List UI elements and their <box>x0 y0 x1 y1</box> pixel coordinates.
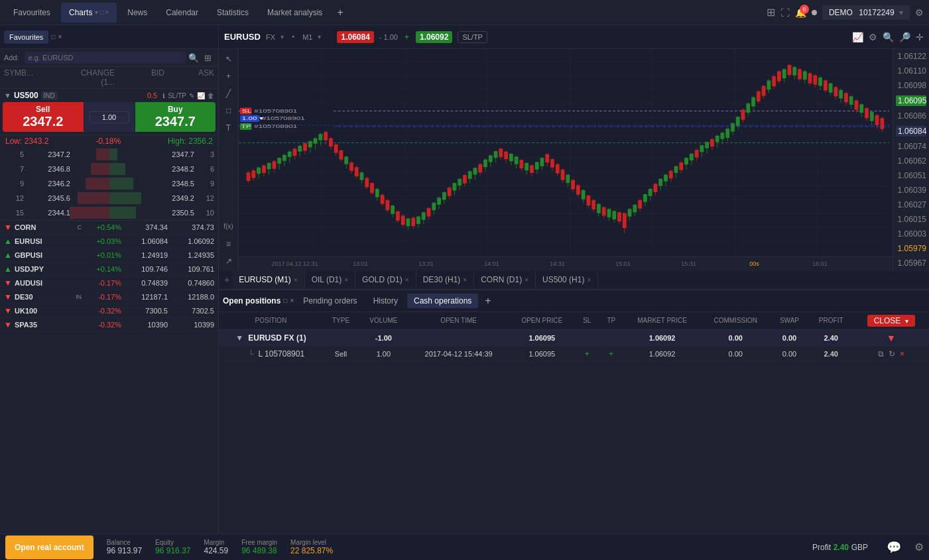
tab-news[interactable]: News <box>119 3 155 23</box>
svg-rect-111 <box>432 203 436 210</box>
chat-icon[interactable]: 💬 <box>887 540 901 555</box>
search-icon[interactable]: 🔍 <box>188 53 199 63</box>
fx-tool[interactable]: f(x) <box>221 219 236 234</box>
depth-row: 5 2347.2 2347.7 3 <box>0 147 218 162</box>
add-tab-button[interactable]: + <box>333 7 347 19</box>
open-real-account-button[interactable]: Open real account <box>5 535 93 559</box>
svg-text:#105708901: #105708901 <box>254 108 297 113</box>
demo-account-badge[interactable]: DEMO 10172249 ▾ <box>822 5 910 20</box>
tab-charts[interactable]: Charts ▾ □ × <box>61 3 117 23</box>
chart-tab-de30[interactable]: DE30 (H1) × <box>416 271 475 290</box>
tab-calendar[interactable]: Calendar <box>158 3 206 23</box>
refresh-icon[interactable]: ↻ <box>887 349 897 359</box>
social-tool[interactable]: ↗ <box>221 254 236 268</box>
delete-row-icon[interactable]: × <box>898 349 906 359</box>
chart-tab-eurusd[interactable]: EURUSD (M1) × <box>232 271 305 290</box>
crosshair-tool[interactable]: + <box>221 69 236 84</box>
svg-rect-125 <box>468 171 472 178</box>
chart-tab-us500[interactable]: US500 (H1) × <box>536 271 598 290</box>
profit-display: Profit 2.40 GBP <box>812 542 868 552</box>
group-expand-icon[interactable]: ▼ <box>235 333 243 343</box>
list-item[interactable]: ▼ UK100 -0.32% 7300.5 7302.5 <box>0 304 218 318</box>
add-tp-icon[interactable]: + <box>609 349 613 359</box>
svg-rect-185 <box>623 213 627 229</box>
chart-tab-oil[interactable]: OIL (D1) × <box>305 271 355 290</box>
list-item[interactable]: ▲ GBPUSI +0.01% 1.24919 1.24935 <box>0 249 218 262</box>
tab-market-analysis[interactable]: Market analysis <box>259 3 330 23</box>
positions-window-icon[interactable]: □ <box>283 297 287 304</box>
close-oil-tab-icon[interactable]: × <box>344 276 348 284</box>
close-eurusd-tab-icon[interactable]: × <box>294 276 298 284</box>
sidebar-tab-favourites[interactable]: Favourites <box>4 30 48 44</box>
svg-rect-217 <box>705 142 709 148</box>
svg-rect-113 <box>437 197 441 205</box>
sltp-button[interactable]: SL/TP <box>458 31 487 43</box>
close-de30-tab-icon[interactable]: × <box>463 276 467 284</box>
grid-icon[interactable]: ⊞ <box>204 53 212 63</box>
us500-chart-icon[interactable]: 📈 <box>197 92 205 99</box>
svg-rect-249 <box>788 65 792 75</box>
trendline-icon[interactable]: 📈 <box>852 32 863 42</box>
svg-rect-199 <box>658 179 662 186</box>
close-gold-tab-icon[interactable]: × <box>405 276 409 284</box>
cursor-tool[interactable]: ↖ <box>221 52 236 66</box>
group-close-arrow-icon[interactable]: ▼ <box>887 333 896 343</box>
col-header-position: POSITION <box>219 312 323 330</box>
tab-cash-operations[interactable]: Cash operations <box>407 294 478 308</box>
close-all-button[interactable]: CLOSE ▾ <box>867 315 916 327</box>
positions-close-icon[interactable]: × <box>290 297 294 304</box>
tab-history[interactable]: History <box>367 294 404 308</box>
text-tool[interactable]: T <box>221 121 236 135</box>
col-header-sl: SL <box>575 312 599 330</box>
list-item[interactable]: ▲ EURUSI +0.03% 1.06084 1.06092 <box>0 235 218 249</box>
us500-volume-input[interactable] <box>90 111 129 123</box>
svg-rect-173 <box>591 200 595 209</box>
zoom-out-icon[interactable]: 🔍 <box>883 32 894 42</box>
list-item[interactable]: ▼ CORN C +0.54% 374.34 374.73 <box>0 221 218 235</box>
rect-tool[interactable]: □ <box>221 103 236 118</box>
chart-type-dropdown[interactable]: ▾ <box>280 33 284 40</box>
us500-info-icon[interactable]: ℹ <box>162 92 165 99</box>
add-symbol-input[interactable] <box>25 52 186 64</box>
chart-tab-gold[interactable]: GOLD (D1) × <box>355 271 416 290</box>
list-item[interactable]: ▼ SPA35 -0.32% 10390 10399 <box>0 318 218 332</box>
notification-bell[interactable]: 🔔 6 <box>795 7 806 18</box>
positions-area: POSITION TYPE VOLUME OPEN TIME OPEN PRIC… <box>219 312 929 534</box>
fullscreen-icon[interactable]: ⛶ <box>780 7 790 18</box>
tab-pending-orders[interactable]: Pending orders <box>296 294 363 308</box>
symbol-list: ▼ CORN C +0.54% 374.34 374.73 ▲ EURUSI +… <box>0 221 218 533</box>
status-dot <box>812 10 817 15</box>
favourites-close-icon[interactable]: × <box>58 33 62 40</box>
close-corn-tab-icon[interactable]: × <box>525 276 528 284</box>
us500-edit-icon[interactable]: ✎ <box>189 92 194 99</box>
svg-rect-245 <box>777 71 781 81</box>
close-us500-tab-icon[interactable]: × <box>587 276 591 284</box>
add-sl-icon[interactable]: + <box>585 349 589 359</box>
us500-sltp-icon[interactable]: SL/TP <box>168 92 186 99</box>
us500-delete-icon[interactable]: 🗑 <box>208 92 214 99</box>
zoom-in-icon[interactable]: 🔎 <box>899 32 910 42</box>
layers-tool[interactable]: ≡ <box>221 237 236 251</box>
add-chart-tab-button[interactable]: + <box>221 274 232 285</box>
list-item[interactable]: ▲ USDJPY +0.14% 109.746 109.761 <box>0 262 218 276</box>
layout-icon[interactable]: ⊞ <box>767 6 775 19</box>
col-header-swap: SWAP <box>771 312 809 330</box>
indicator-icon[interactable]: ⚙ <box>869 32 877 42</box>
chart-tab-corn[interactable]: CORN (D1) × <box>474 271 536 290</box>
chart-tf-dropdown[interactable]: ▾ <box>318 33 321 40</box>
settings-icon[interactable]: ⚙ <box>915 7 924 18</box>
tab-market-watch[interactable]: Favourites <box>5 3 58 23</box>
copy-icon[interactable]: ⧉ <box>877 349 885 359</box>
crosshair-icon[interactable]: ✛ <box>916 32 924 42</box>
list-item[interactable]: ▼ DE30 IN -0.17% 12187.1 12188.0 <box>0 290 218 304</box>
line-tool[interactable]: ╱ <box>221 86 236 101</box>
us500-buy-button[interactable]: Buy 2347.7 <box>135 102 216 132</box>
settings-bottom-icon[interactable]: ⚙ <box>914 541 924 553</box>
tab-statistics[interactable]: Statistics <box>209 3 257 23</box>
favourites-options-icon[interactable]: □ <box>51 33 55 40</box>
main-layout: Favourites □ × Add: 🔍 ⊞ SYMB... CHANGE (… <box>0 25 929 533</box>
us500-collapse-icon[interactable]: ▼ <box>4 91 11 99</box>
us500-sell-button[interactable]: Sell 2347.2 <box>3 102 84 132</box>
add-bottom-tab-button[interactable]: + <box>481 295 495 307</box>
list-item[interactable]: ▼ AUDUSI -0.17% 0.74839 0.74860 <box>0 276 218 290</box>
